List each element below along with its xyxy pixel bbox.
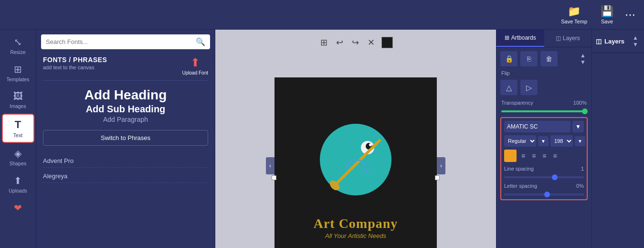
layers-collapse-up[interactable]: ▲ — [631, 34, 640, 41]
right-tabs: ⊞ Artboards ◫ Layers — [496, 30, 591, 47]
style-size-row: Regular ▼ 198 ▼ — [504, 135, 584, 147]
tab-layers[interactable]: ◫ Layers — [544, 30, 592, 47]
selection-handle-right[interactable] — [435, 175, 440, 180]
sidebar-item-templates[interactable]: ⊞ Templates — [2, 60, 34, 86]
style-dropdown-arrow[interactable]: ▼ — [538, 136, 549, 146]
font-list-item[interactable]: Alegreya — [43, 168, 208, 183]
collapse-left-button[interactable]: ‹ — [266, 157, 274, 174]
search-input[interactable] — [46, 38, 193, 45]
close-canvas-button[interactable]: ✕ — [366, 35, 377, 50]
font-name-advent-pro: Advent Pro — [43, 157, 208, 164]
font-search-bar: 🔍 — [41, 34, 210, 49]
transparency-slider[interactable] — [501, 110, 587, 112]
font-family-dropdown[interactable]: AMATIC SC — [504, 121, 570, 132]
resize-icon: ⤡ — [14, 36, 22, 48]
templates-icon: ⊞ — [14, 64, 22, 75]
font-size-dropdown[interactable]: 198 — [550, 135, 573, 147]
more-options-button[interactable]: ⋯ — [622, 6, 638, 24]
size-dropdown-arrow[interactable]: ▼ — [575, 136, 585, 146]
right-controls: 🔒 ⎘ 🗑 ▲ ▼ Flip △ ▷ Transparency 100% — [496, 47, 591, 117]
switch-to-phrases-button[interactable]: Switch to Phrases — [43, 130, 208, 146]
sidebar-item-images-label: Images — [10, 103, 26, 109]
move-down-button[interactable]: ▼ — [578, 59, 588, 65]
sidebar-item-favorites[interactable]: ❤ — [2, 198, 34, 217]
add-paragraph-button[interactable]: Add Paragraph — [103, 116, 148, 123]
letter-spacing-value: 0% — [576, 183, 584, 189]
color-align-row: ≡ ≡ ≡ ≡ — [504, 150, 584, 162]
line-spacing-value: 1 — [581, 166, 584, 172]
transparency-value: 100% — [573, 100, 587, 106]
sidebar-item-resize[interactable]: ⤡ Resize — [2, 32, 34, 59]
sidebar-item-shapes[interactable]: ◈ Shapes — [2, 144, 34, 170]
sidebar-item-resize-label: Resize — [10, 49, 25, 55]
copy-button[interactable]: ⎘ — [520, 51, 538, 66]
artboards-icon: ⊞ — [505, 34, 509, 41]
layers-collapse-down[interactable]: ▼ — [631, 41, 640, 48]
flip-vertical-button[interactable]: ▷ — [520, 80, 538, 95]
collapse-right-button[interactable]: › — [437, 157, 445, 174]
upload-font-button[interactable]: ⬆ Upload Font — [182, 56, 208, 75]
line-spacing-slider[interactable] — [504, 176, 584, 178]
sidebar-item-uploads-label: Uploads — [9, 188, 27, 194]
main-layout: ⤡ Resize ⊞ Templates 🖼 Images T Text ◈ S… — [0, 30, 644, 248]
layers-arrows: ▲ ▼ — [631, 34, 640, 48]
save-temp-button[interactable]: 📁 Save Temp — [556, 2, 592, 27]
heart-icon: ❤ — [14, 202, 22, 214]
undo-button[interactable]: ↩ — [334, 35, 345, 50]
sidebar-item-shapes-label: Shapes — [10, 161, 27, 166]
align-right-button[interactable]: ≡ — [540, 151, 548, 161]
align-center-button[interactable]: ≡ — [530, 151, 538, 161]
lock-button[interactable]: 🔒 — [500, 51, 517, 66]
grid-toggle-button[interactable]: ⊞ — [318, 35, 329, 50]
more-icon: ⋯ — [625, 9, 635, 21]
sidebar-item-text-label: Text — [13, 132, 22, 138]
redo-button[interactable]: ↪ — [350, 35, 361, 50]
layers-tab-icon: ◫ — [556, 35, 561, 42]
logo-svg — [313, 117, 399, 212]
sidebar-item-templates-label: Templates — [7, 76, 30, 82]
line-spacing-label: Line spacing — [504, 166, 534, 172]
save-button[interactable]: 💾 Save — [596, 2, 618, 27]
layers-panel: ◫ Layers ▲ ▼ — [591, 30, 644, 248]
font-panel: 🔍 FONTS / PHRASES add text to the canvas… — [36, 30, 215, 248]
layers-title: Layers — [604, 38, 624, 45]
line-spacing-row: Line spacing 1 — [504, 165, 584, 173]
art-tagline: All Your Artistic Needs — [325, 232, 386, 239]
up-down-arrows: ▲ ▼ — [578, 52, 588, 65]
font-list: Advent Pro Alegreya — [36, 150, 215, 248]
search-icon: 🔍 — [196, 37, 205, 46]
sidebar-item-uploads[interactable]: ⬆ Uploads — [2, 171, 34, 197]
right-panel: ⊞ Artboards ◫ Layers 🔒 ⎘ 🗑 ▲ ▼ Flip △ — [496, 30, 591, 248]
sidebar-item-text[interactable]: T Text — [2, 114, 34, 143]
letter-spacing-row: Letter spacing 0% — [504, 182, 584, 190]
align-justify-button[interactable]: ≡ — [551, 151, 559, 161]
delete-button[interactable]: 🗑 — [540, 51, 558, 66]
images-icon: 🖼 — [13, 91, 23, 102]
save-label: Save — [601, 19, 613, 24]
add-subheading-button[interactable]: Add Sub Heading — [86, 104, 166, 115]
text-samples: Add Heading Add Sub Heading Add Paragrap… — [36, 84, 215, 126]
section-subtitle: add text to the canvas — [43, 65, 107, 70]
text-icon: T — [15, 119, 21, 131]
text-color-button[interactable] — [504, 150, 517, 162]
save-icon: 💾 — [601, 5, 613, 18]
letter-spacing-slider[interactable] — [504, 194, 584, 195]
flip-label: Flip — [500, 69, 588, 77]
font-style-dropdown[interactable]: Regular — [504, 135, 536, 147]
canvas-color-swatch[interactable] — [381, 37, 393, 48]
move-up-button[interactable]: ▲ — [578, 52, 588, 59]
align-left-button[interactable]: ≡ — [519, 151, 527, 161]
tab-artboards[interactable]: ⊞ Artboards — [496, 30, 544, 47]
svg-point-4 — [369, 143, 372, 146]
font-selector-row: AMATIC SC ▼ — [504, 121, 584, 132]
font-list-item[interactable]: Advent Pro — [43, 152, 208, 168]
uploads-icon: ⬆ — [14, 175, 22, 186]
font-panel-header-left: FONTS / PHRASES add text to the canvas — [43, 56, 107, 70]
layers-icon: ◫ — [596, 38, 602, 45]
canvas-area: ⊞ ↩ ↪ ✕ ‹ — [215, 30, 496, 248]
add-heading-button[interactable]: Add Heading — [84, 87, 167, 103]
font-dropdown-arrow[interactable]: ▼ — [572, 121, 584, 132]
flip-horizontal-button[interactable]: △ — [500, 80, 517, 95]
selection-handle-left[interactable] — [272, 175, 276, 180]
sidebar-item-images[interactable]: 🖼 Images — [2, 87, 34, 113]
